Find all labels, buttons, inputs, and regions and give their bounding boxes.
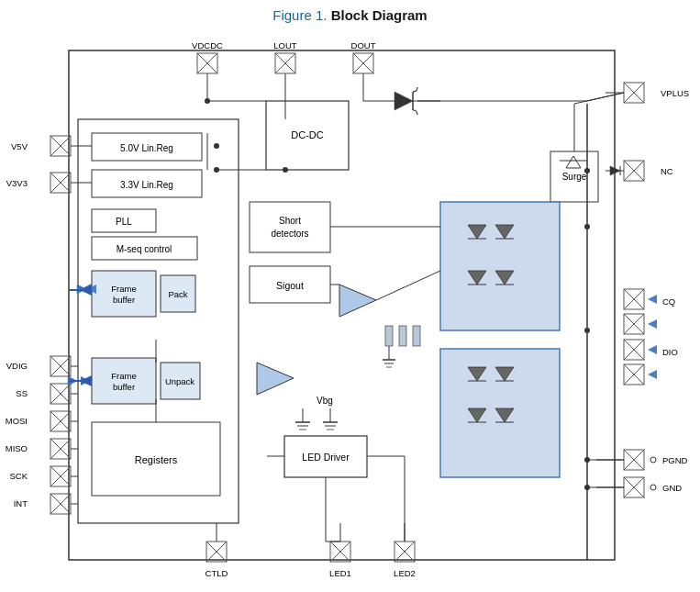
svg-point-184 [214,167,219,173]
ctld-pin: CTLD [206,568,228,578]
registers-label: Registers [135,454,178,465]
svg-line-183 [574,93,624,104]
cq-pin: CQ [662,296,675,307]
vbg-label: Vbg [317,396,333,406]
vplus-connector: VPLUS [606,83,689,103]
svg-point-158 [584,224,590,229]
vdig-connector: VDIG [6,356,78,376]
dio-connectors: DIO [624,340,678,385]
surge-label: Surge [562,172,587,182]
v5v-connector: V5V [11,136,92,156]
svg-point-132 [650,485,656,490]
svg-rect-25 [440,202,560,330]
svg-text:buffer: buffer [113,382,135,392]
mosi-pin: MOSI [6,416,28,426]
svg-point-127 [650,457,656,463]
dio-pin: DIO [662,347,678,357]
vplus-pin: VPLUS [661,88,689,98]
nc-pin: NC [661,166,673,176]
svg-point-181 [205,98,210,104]
v3v3-connector: V3V3 [6,173,92,193]
amplifier-bot [257,363,294,395]
sigout-label: Sigout [276,280,304,291]
svg-line-22 [566,156,573,168]
dout-pin: DOUT [351,40,376,50]
gnd-pin: GND [662,483,682,493]
short-det-label: Short [279,216,301,226]
v3v3-pin: V3V3 [6,178,28,188]
miso-connector: MISO [6,439,78,459]
unpack-label: Unpack [165,376,194,386]
schottky-diode [394,92,413,110]
cq-connectors: CQ [624,289,675,334]
ctld-connector: CTLD [206,523,228,578]
vdig-pin: VDIG [6,361,28,371]
svg-rect-45 [413,326,420,346]
lout-connector: LOUT [273,40,297,101]
sck-pin: SCK [9,471,28,481]
led1-pin: LED1 [329,568,351,578]
amplifier-top [339,285,376,317]
svg-text:detectors: detectors [271,229,308,239]
diagram-svg: 5.0V Lin.Reg 3.3V Lin.Reg PLL M-seq cont… [0,0,700,592]
svg-rect-43 [385,326,393,346]
vdcdc-pin: VDCDC [192,40,223,50]
svg-point-180 [283,167,288,173]
led-driver-label: LED Driver [302,452,350,463]
svg-point-159 [584,328,590,333]
led1-connector: LED1 [329,523,351,578]
nc-connector: NC [606,161,673,181]
svg-text:buffer: buffer [113,295,135,305]
v5v-pin: V5V [11,141,28,151]
lin-reg-5v-label: 5.0V Lin.Reg [120,143,173,153]
pack-label: Pack [168,289,187,299]
dout-connector: DOUT [351,40,376,101]
mseq-label: M-seq control [117,244,172,254]
svg-line-155 [376,271,440,300]
miso-pin: MISO [6,443,28,453]
lin-reg-3v3-label: 3.3V Lin.Reg [120,180,173,190]
svg-rect-10 [92,358,156,404]
svg-rect-16 [250,202,330,252]
lout-pin: LOUT [273,40,297,50]
svg-point-179 [214,143,219,149]
dc-dc-label: DC-DC [291,129,323,140]
svg-marker-123 [648,370,657,379]
ss-pin: SS [16,388,28,398]
frame-buffer-bot-label: Frame [111,371,136,381]
svg-marker-115 [648,319,657,329]
block-diagram: Figure 1. Block Diagram 5.0V Lin.Reg 3.3… [0,0,700,592]
svg-point-157 [584,168,590,173]
svg-rect-6 [92,271,156,317]
led2-pin: LED2 [394,568,416,578]
svg-line-24 [573,156,581,168]
mosi-connector: MOSI [6,411,78,431]
pll-label: PLL [116,217,132,227]
pgnd-pin: PGND [662,455,688,465]
sck-connector: SCK [9,466,78,486]
svg-marker-122 [648,345,657,354]
svg-rect-44 [399,326,406,346]
svg-marker-114 [648,295,657,304]
vdcdc-connector: VDCDC [192,40,223,101]
frame-buffer-top-label: Frame [111,284,136,294]
int-pin: INT [14,498,28,508]
